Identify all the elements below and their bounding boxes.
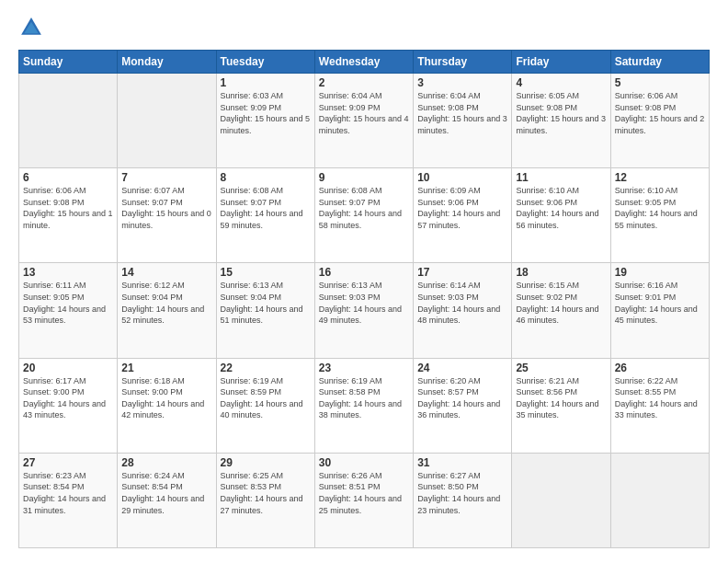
day-number: 27 xyxy=(23,456,113,469)
calendar-week-row: 13Sunrise: 6:11 AM Sunset: 9:05 PM Dayli… xyxy=(19,263,710,358)
day-number: 19 xyxy=(615,266,705,279)
day-number: 21 xyxy=(121,362,211,374)
calendar-cell xyxy=(610,453,709,547)
day-info: Sunrise: 6:27 AM Sunset: 8:50 PM Dayligh… xyxy=(417,470,507,516)
calendar-day-header: Saturday xyxy=(610,51,709,74)
calendar-cell: 19Sunrise: 6:16 AM Sunset: 9:01 PM Dayli… xyxy=(610,263,709,358)
header xyxy=(18,15,710,40)
day-info: Sunrise: 6:09 AM Sunset: 9:06 PM Dayligh… xyxy=(417,185,507,231)
day-info: Sunrise: 6:23 AM Sunset: 8:54 PM Dayligh… xyxy=(23,470,113,516)
day-number: 2 xyxy=(319,76,409,89)
day-number: 15 xyxy=(221,266,311,279)
day-info: Sunrise: 6:19 AM Sunset: 8:59 PM Dayligh… xyxy=(221,375,311,421)
day-info: Sunrise: 6:17 AM Sunset: 9:00 PM Dayligh… xyxy=(23,375,113,421)
day-number: 24 xyxy=(417,362,507,374)
page: SundayMondayTuesdayWednesdayThursdayFrid… xyxy=(0,0,728,563)
day-number: 13 xyxy=(23,266,113,279)
day-info: Sunrise: 6:08 AM Sunset: 9:07 PM Dayligh… xyxy=(221,185,311,231)
day-number: 18 xyxy=(516,266,606,279)
day-info: Sunrise: 6:10 AM Sunset: 9:06 PM Dayligh… xyxy=(516,185,606,231)
day-number: 12 xyxy=(615,171,705,184)
calendar-cell: 17Sunrise: 6:14 AM Sunset: 9:03 PM Dayli… xyxy=(414,263,512,358)
day-info: Sunrise: 6:19 AM Sunset: 8:58 PM Dayligh… xyxy=(319,375,409,421)
day-number: 7 xyxy=(121,171,211,184)
day-info: Sunrise: 6:16 AM Sunset: 9:01 PM Dayligh… xyxy=(615,280,705,326)
calendar-cell: 16Sunrise: 6:13 AM Sunset: 9:03 PM Dayli… xyxy=(314,263,413,358)
calendar-cell: 18Sunrise: 6:15 AM Sunset: 9:02 PM Dayli… xyxy=(512,263,610,358)
day-info: Sunrise: 6:14 AM Sunset: 9:03 PM Dayligh… xyxy=(417,280,507,326)
logo xyxy=(18,15,48,40)
day-info: Sunrise: 6:06 AM Sunset: 9:08 PM Dayligh… xyxy=(615,90,705,136)
calendar-week-row: 1Sunrise: 6:03 AM Sunset: 9:09 PM Daylig… xyxy=(19,74,710,168)
calendar-week-row: 6Sunrise: 6:06 AM Sunset: 9:08 PM Daylig… xyxy=(19,168,710,263)
calendar-cell: 8Sunrise: 6:08 AM Sunset: 9:07 PM Daylig… xyxy=(216,168,314,263)
day-info: Sunrise: 6:13 AM Sunset: 9:03 PM Dayligh… xyxy=(319,280,409,326)
calendar-cell: 14Sunrise: 6:12 AM Sunset: 9:04 PM Dayli… xyxy=(118,263,216,358)
day-info: Sunrise: 6:15 AM Sunset: 9:02 PM Dayligh… xyxy=(516,280,606,326)
day-info: Sunrise: 6:07 AM Sunset: 9:07 PM Dayligh… xyxy=(121,185,211,231)
calendar-day-header: Tuesday xyxy=(216,51,314,74)
calendar-day-header: Wednesday xyxy=(314,51,413,74)
day-number: 31 xyxy=(417,456,507,469)
calendar-cell: 28Sunrise: 6:24 AM Sunset: 8:54 PM Dayli… xyxy=(118,453,216,547)
day-info: Sunrise: 6:04 AM Sunset: 9:09 PM Dayligh… xyxy=(319,90,409,136)
day-number: 1 xyxy=(221,76,311,89)
calendar-cell: 13Sunrise: 6:11 AM Sunset: 9:05 PM Dayli… xyxy=(19,263,118,358)
calendar-cell: 5Sunrise: 6:06 AM Sunset: 9:08 PM Daylig… xyxy=(610,74,709,168)
day-info: Sunrise: 6:24 AM Sunset: 8:54 PM Dayligh… xyxy=(121,470,211,516)
calendar-cell: 7Sunrise: 6:07 AM Sunset: 9:07 PM Daylig… xyxy=(118,168,216,263)
calendar-cell xyxy=(118,74,216,168)
day-number: 22 xyxy=(221,362,311,374)
calendar-cell: 4Sunrise: 6:05 AM Sunset: 9:08 PM Daylig… xyxy=(512,74,610,168)
calendar-cell: 24Sunrise: 6:20 AM Sunset: 8:57 PM Dayli… xyxy=(414,358,512,453)
day-number: 3 xyxy=(417,76,507,89)
calendar-cell: 11Sunrise: 6:10 AM Sunset: 9:06 PM Dayli… xyxy=(512,168,610,263)
calendar-day-header: Thursday xyxy=(414,51,512,74)
day-info: Sunrise: 6:05 AM Sunset: 9:08 PM Dayligh… xyxy=(516,90,606,136)
day-number: 14 xyxy=(121,266,211,279)
calendar-cell: 22Sunrise: 6:19 AM Sunset: 8:59 PM Dayli… xyxy=(216,358,314,453)
day-number: 4 xyxy=(516,76,606,89)
calendar-header-row: SundayMondayTuesdayWednesdayThursdayFrid… xyxy=(19,51,710,74)
day-info: Sunrise: 6:21 AM Sunset: 8:56 PM Dayligh… xyxy=(516,375,606,421)
calendar-cell: 26Sunrise: 6:22 AM Sunset: 8:55 PM Dayli… xyxy=(610,358,709,453)
day-number: 28 xyxy=(121,456,211,469)
calendar-cell: 25Sunrise: 6:21 AM Sunset: 8:56 PM Dayli… xyxy=(512,358,610,453)
logo-icon xyxy=(18,15,44,40)
calendar-week-row: 20Sunrise: 6:17 AM Sunset: 9:00 PM Dayli… xyxy=(19,358,710,453)
day-info: Sunrise: 6:26 AM Sunset: 8:51 PM Dayligh… xyxy=(319,470,409,516)
day-info: Sunrise: 6:22 AM Sunset: 8:55 PM Dayligh… xyxy=(615,375,705,421)
day-info: Sunrise: 6:13 AM Sunset: 9:04 PM Dayligh… xyxy=(221,280,311,326)
calendar-cell: 2Sunrise: 6:04 AM Sunset: 9:09 PM Daylig… xyxy=(314,74,413,168)
calendar-cell: 31Sunrise: 6:27 AM Sunset: 8:50 PM Dayli… xyxy=(414,453,512,547)
calendar-week-row: 27Sunrise: 6:23 AM Sunset: 8:54 PM Dayli… xyxy=(19,453,710,547)
calendar-day-header: Monday xyxy=(118,51,216,74)
calendar-cell xyxy=(19,74,118,168)
day-number: 9 xyxy=(319,171,409,184)
day-number: 25 xyxy=(516,362,606,374)
day-info: Sunrise: 6:11 AM Sunset: 9:05 PM Dayligh… xyxy=(23,280,113,326)
calendar-cell: 20Sunrise: 6:17 AM Sunset: 9:00 PM Dayli… xyxy=(19,358,118,453)
day-number: 8 xyxy=(221,171,311,184)
calendar-day-header: Friday xyxy=(512,51,610,74)
calendar-table: SundayMondayTuesdayWednesdayThursdayFrid… xyxy=(18,50,710,548)
calendar-cell: 10Sunrise: 6:09 AM Sunset: 9:06 PM Dayli… xyxy=(414,168,512,263)
day-info: Sunrise: 6:08 AM Sunset: 9:07 PM Dayligh… xyxy=(319,185,409,231)
day-info: Sunrise: 6:20 AM Sunset: 8:57 PM Dayligh… xyxy=(417,375,507,421)
day-number: 5 xyxy=(615,76,705,89)
calendar-day-header: Sunday xyxy=(19,51,118,74)
day-number: 23 xyxy=(319,362,409,374)
calendar-cell: 3Sunrise: 6:04 AM Sunset: 9:08 PM Daylig… xyxy=(414,74,512,168)
calendar-cell: 23Sunrise: 6:19 AM Sunset: 8:58 PM Dayli… xyxy=(314,358,413,453)
calendar-cell xyxy=(512,453,610,547)
calendar-cell: 30Sunrise: 6:26 AM Sunset: 8:51 PM Dayli… xyxy=(314,453,413,547)
day-info: Sunrise: 6:12 AM Sunset: 9:04 PM Dayligh… xyxy=(121,280,211,326)
calendar-cell: 27Sunrise: 6:23 AM Sunset: 8:54 PM Dayli… xyxy=(19,453,118,547)
day-number: 6 xyxy=(23,171,113,184)
day-info: Sunrise: 6:06 AM Sunset: 9:08 PM Dayligh… xyxy=(23,185,113,231)
day-info: Sunrise: 6:10 AM Sunset: 9:05 PM Dayligh… xyxy=(615,185,705,231)
day-number: 17 xyxy=(417,266,507,279)
calendar-cell: 29Sunrise: 6:25 AM Sunset: 8:53 PM Dayli… xyxy=(216,453,314,547)
calendar-cell: 9Sunrise: 6:08 AM Sunset: 9:07 PM Daylig… xyxy=(314,168,413,263)
day-number: 30 xyxy=(319,456,409,469)
